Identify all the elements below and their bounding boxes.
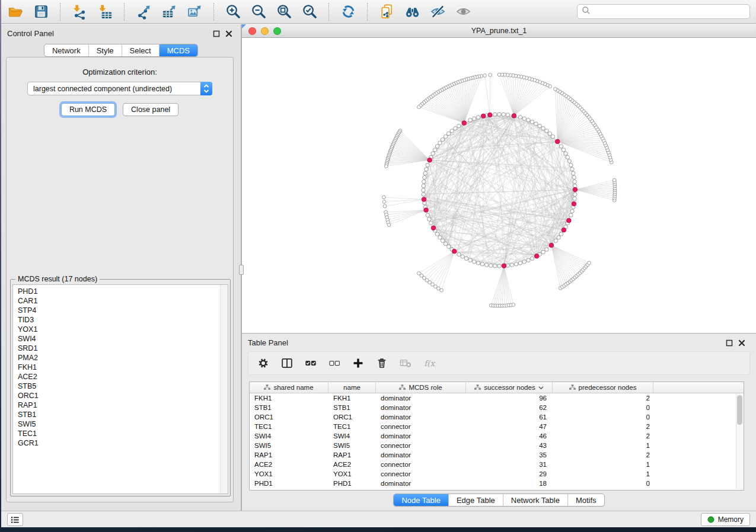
new-network-from-selection-icon[interactable] [378,4,395,20]
cell-predecessor-nodes[interactable]: 1 [553,461,653,468]
mcds-result-item[interactable]: SWI4 [18,334,228,344]
cell-predecessor-nodes[interactable]: 2 [553,395,653,402]
table-row-ACE2[interactable]: ACE2ACE2connector311 [250,460,744,469]
cell-successor-nodes[interactable]: 29 [466,470,553,477]
table-tab-edge-table[interactable]: Edge Table [448,494,503,506]
cell-shared-name[interactable]: YOX1 [250,470,328,477]
cell-MCDS-role[interactable]: dominator [376,404,466,411]
cell-predecessor-nodes[interactable]: 0 [553,404,653,411]
cell-name[interactable]: FKH1 [328,395,376,402]
table-row-SWI4[interactable]: SWI4SWI4dominator462 [250,431,744,441]
network-canvas[interactable] [242,38,756,333]
search-box[interactable] [577,4,750,19]
splitter-grip[interactable] [239,265,244,275]
mcds-result-item[interactable]: TEC1 [18,429,228,438]
close-panel-icon[interactable] [738,338,745,349]
cell-successor-nodes[interactable]: 96 [466,395,553,402]
zoom-fit-content-icon[interactable] [276,4,292,20]
mcds-result-item[interactable]: RAP1 [18,400,228,410]
close-window-light[interactable] [248,27,256,35]
cell-shared-name[interactable]: RAP1 [250,451,328,459]
cell-MCDS-role[interactable]: connector [376,470,466,477]
table-row-TEC1[interactable]: TEC1TEC1connector472 [250,422,744,431]
optimization-criterion-select[interactable]: largest connected component (undirected) [27,82,212,95]
control-tab-select[interactable]: Select [122,44,159,56]
table-row-STB1[interactable]: STB1STB1dominator620 [250,403,744,412]
mcds-result-item[interactable]: STP4 [18,306,228,315]
export-table-icon[interactable] [161,4,177,20]
column-header-MCDS-role[interactable]: MCDS role [376,382,466,393]
cell-MCDS-role[interactable]: dominator [376,432,466,440]
cell-name[interactable]: STB1 [328,404,376,411]
cell-MCDS-role[interactable]: connector [376,461,466,468]
minimize-window-light[interactable] [261,27,269,35]
network-window-titlebar[interactable]: YPA_prune.txt_1 [242,24,756,38]
cell-shared-name[interactable]: STB1 [250,404,328,411]
mcds-result-item[interactable]: GCR1 [18,438,228,448]
cell-name[interactable]: ORC1 [328,414,376,421]
close-panel-button[interactable]: Close panel [123,103,178,116]
cell-shared-name[interactable]: SWI4 [250,432,328,440]
add-row-icon[interactable] [352,357,365,370]
show-all-icon[interactable] [455,4,471,20]
column-header-shared-name[interactable]: shared name [250,382,328,393]
delete-rows-icon[interactable] [375,357,388,370]
table-row-RAP1[interactable]: RAP1RAP1dominator352 [250,450,744,460]
table-row-SWI5[interactable]: SWI5SWI5connector431 [250,441,744,450]
mcds-list-scrollbar[interactable] [220,285,228,493]
mcds-result-item[interactable]: SRD1 [18,344,228,353]
cell-name[interactable]: YOX1 [328,470,376,477]
cell-predecessor-nodes[interactable]: 1 [553,470,653,477]
column-header-name[interactable]: name [328,382,376,393]
table-row-PHD1[interactable]: PHD1PHD1dominator180 [250,479,744,488]
cell-successor-nodes[interactable]: 31 [466,461,553,468]
cell-name[interactable]: SWI4 [328,432,376,440]
mcds-result-item[interactable]: TID3 [18,315,228,325]
cell-shared-name[interactable]: TEC1 [250,423,328,430]
zoom-out-icon[interactable] [250,4,267,20]
memory-button[interactable]: Memory [701,513,750,526]
cell-name[interactable]: PHD1 [328,480,376,487]
network-graph[interactable] [242,38,756,332]
mcds-result-item[interactable]: STB1 [18,410,228,419]
cell-MCDS-role[interactable]: dominator [376,395,466,402]
cell-predecessor-nodes[interactable]: 0 [553,480,653,487]
table-options-gear-icon[interactable] [257,357,270,370]
cell-MCDS-role[interactable]: dominator [376,451,466,459]
table-row-ORC1[interactable]: ORC1ORC1dominator610 [250,412,744,422]
zoom-selected-region-icon[interactable] [301,4,318,20]
table-tab-network-table[interactable]: Network Table [503,494,567,506]
task-history-button[interactable] [7,513,23,526]
cell-MCDS-role[interactable]: connector [376,442,466,449]
export-network-icon[interactable] [135,4,152,20]
column-header-successor-nodes[interactable]: successor nodes [466,382,553,393]
cell-predecessor-nodes[interactable]: 0 [553,414,653,421]
table-scrollbar-thumb[interactable] [737,395,742,425]
mcds-result-list[interactable]: PHD1CAR1STP4TID3YOX1SWI4SRD1PMA2FKH1ACE2… [12,284,228,494]
hide-selection-icon[interactable] [429,4,446,20]
zoom-in-icon[interactable] [225,4,241,20]
cell-name[interactable]: ACE2 [328,461,376,468]
cell-successor-nodes[interactable]: 47 [466,423,553,430]
first-neighbors-of-selected-icon[interactable] [404,4,420,20]
cell-successor-nodes[interactable]: 61 [466,414,553,421]
cell-shared-name[interactable]: FKH1 [250,395,328,402]
cell-MCDS-role[interactable]: connector [376,423,466,430]
cell-MCDS-role[interactable]: dominator [376,480,466,487]
import-table-from-file-icon[interactable] [97,4,113,20]
select-all-rows-icon[interactable] [304,357,317,370]
close-panel-icon[interactable] [225,29,232,40]
cell-predecessor-nodes[interactable]: 2 [553,423,653,430]
search-input[interactable] [594,8,745,16]
zoom-window-light[interactable] [273,27,281,35]
open-session-icon[interactable] [7,4,24,20]
apply-preferred-layout-icon[interactable] [340,4,356,20]
cell-predecessor-nodes[interactable]: 2 [553,451,653,459]
column-header-predecessor-nodes[interactable]: predecessor nodes [553,382,653,393]
node-table[interactable]: shared namenameMCDS rolesuccessor nodesp… [249,382,744,491]
cell-MCDS-role[interactable]: dominator [376,414,466,421]
table-row-FKH1[interactable]: FKH1FKH1dominator962 [250,393,744,403]
cell-shared-name[interactable]: PHD1 [250,480,328,487]
mcds-result-item[interactable]: PHD1 [18,287,228,296]
cell-shared-name[interactable]: ORC1 [250,414,328,421]
